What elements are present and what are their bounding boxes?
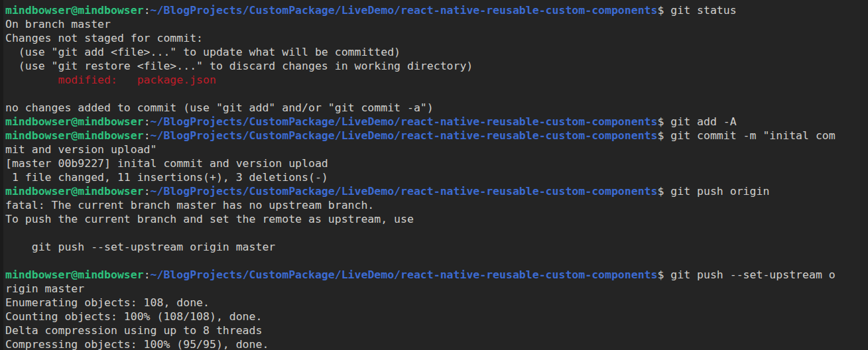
- terminal-line: mindbowser@mindbowser:~/BlogProjects/Cus…: [5, 115, 868, 129]
- terminal-text: [master 00b9227] inital commit and versi…: [5, 157, 328, 170]
- terminal-output[interactable]: mindbowser@mindbowser:~/BlogProjects/Cus…: [5, 3, 868, 350]
- terminal-line: (use "git add <file>..." to update what …: [5, 45, 868, 59]
- terminal-text: Delta compression using up to 8 threads: [5, 324, 262, 337]
- terminal-line: mindbowser@mindbowser:~/BlogProjects/Cus…: [5, 268, 868, 282]
- terminal-line: Changes not staged for commit:: [5, 31, 868, 45]
- terminal-text: :: [144, 268, 151, 281]
- prompt-user-host: mindbowser@mindbowser: [5, 268, 144, 281]
- terminal-line: 1 file changed, 11 insertions(+), 3 dele…: [5, 170, 868, 184]
- terminal-line: On branch master: [5, 17, 868, 31]
- terminal-text: no changes added to commit (use "git add…: [5, 101, 434, 114]
- prompt-path: ~/BlogProjects/CustomPackage/LiveDemo/re…: [151, 4, 658, 17]
- prompt-user-host: mindbowser@mindbowser: [5, 115, 144, 128]
- terminal-text: fatal: The current branch master has no …: [5, 199, 374, 211]
- terminal-text: :: [144, 185, 151, 198]
- terminal-line: mindbowser@mindbowser:~/BlogProjects/Cus…: [5, 184, 868, 198]
- terminal-text: 1 file changed, 11 insertions(+), 3 dele…: [5, 171, 328, 184]
- terminal-line: mindbowser@mindbowser:~/BlogProjects/Cus…: [5, 129, 868, 143]
- terminal-text: $ git status: [657, 4, 736, 17]
- terminal-text: (use "git restore <file>..." to discard …: [5, 60, 473, 72]
- prompt-user-host: mindbowser@mindbowser: [5, 4, 144, 17]
- terminal-left-edge: [0, 0, 3, 350]
- terminal-text: $ git push --set-upstream o: [657, 268, 835, 281]
- terminal-text: $ git push origin: [657, 185, 769, 198]
- terminal-line: [5, 226, 868, 240]
- terminal-text: Counting objects: 100% (108/108), done.: [5, 310, 262, 323]
- prompt-user-host: mindbowser@mindbowser: [5, 129, 144, 142]
- terminal-line: mit and version upload": [5, 143, 868, 156]
- terminal-text: git push --set-upstream origin master: [5, 241, 275, 253]
- terminal-text: :: [144, 129, 151, 142]
- modified-file-text: modified: package.json: [5, 74, 216, 86]
- terminal-text: (use "git add <file>..." to update what …: [5, 46, 401, 58]
- terminal-text: Enumerating objects: 108, done.: [5, 296, 210, 309]
- terminal-text: :: [144, 115, 151, 128]
- terminal-text: $ git commit -m "inital com: [657, 129, 835, 142]
- prompt-path: ~/BlogProjects/CustomPackage/LiveDemo/re…: [151, 268, 658, 281]
- terminal-line: To push the current branch and set the r…: [5, 212, 868, 226]
- terminal-text: rigin master: [5, 282, 84, 295]
- terminal-line: git push --set-upstream origin master: [5, 240, 868, 254]
- terminal-line: Delta compression using up to 8 threads: [5, 323, 868, 337]
- terminal-line: Compressing objects: 100% (95/95), done.: [5, 337, 868, 350]
- terminal-text: Changes not staged for commit:: [5, 32, 203, 44]
- terminal-line: Enumerating objects: 108, done.: [5, 296, 868, 310]
- terminal-line: no changes added to commit (use "git add…: [5, 101, 868, 115]
- terminal-line: [5, 254, 868, 268]
- terminal-line: mindbowser@mindbowser:~/BlogProjects/Cus…: [5, 3, 868, 17]
- terminal-line: (use "git restore <file>..." to discard …: [5, 59, 868, 73]
- terminal-line: rigin master: [5, 282, 868, 296]
- terminal-text: To push the current branch and set the r…: [5, 213, 414, 225]
- terminal-line: [5, 87, 868, 101]
- prompt-user-host: mindbowser@mindbowser: [5, 185, 144, 198]
- terminal-text: $ git add -A: [657, 115, 736, 128]
- terminal-text: Compressing objects: 100% (95/95), done.: [5, 338, 269, 350]
- terminal-line: fatal: The current branch master has no …: [5, 198, 868, 212]
- terminal-line: modified: package.json: [5, 73, 868, 87]
- terminal-text: mit and version upload": [5, 143, 156, 156]
- prompt-path: ~/BlogProjects/CustomPackage/LiveDemo/re…: [151, 115, 658, 128]
- prompt-path: ~/BlogProjects/CustomPackage/LiveDemo/re…: [151, 185, 658, 198]
- prompt-path: ~/BlogProjects/CustomPackage/LiveDemo/re…: [151, 129, 658, 142]
- terminal-line: [master 00b9227] inital commit and versi…: [5, 156, 868, 170]
- terminal-text: :: [144, 4, 151, 17]
- terminal-text: On branch master: [5, 18, 111, 30]
- terminal-line: Counting objects: 100% (108/108), done.: [5, 310, 868, 323]
